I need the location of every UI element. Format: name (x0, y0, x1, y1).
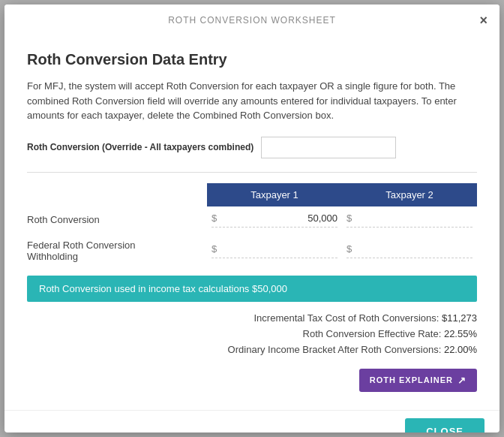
close-button[interactable]: CLOSE (405, 418, 484, 433)
tp1-withholding-value-container: $ (212, 243, 338, 258)
tp2-withholding-dollar: $ (346, 243, 352, 255)
explainer-btn-container: ROTH EXPLAINER ↗ (27, 363, 477, 392)
taxpayer-table: Taxpayer 1 Taxpayer 2 Roth Conversion $ … (27, 183, 477, 268)
divider (27, 172, 477, 173)
tp2-header: Taxpayer 2 (342, 183, 477, 206)
override-label: Roth Conversion (Override - All taxpayer… (27, 142, 254, 152)
tp1-roth-cell: $ 50,000 (207, 206, 342, 234)
tp2-roth-dollar: $ (346, 212, 352, 224)
results-section: Incremental Tax Cost of Roth Conversions… (27, 302, 477, 399)
section-title: Roth Conversion Data Entry (27, 51, 477, 68)
close-x-button[interactable]: × (479, 14, 488, 27)
tp1-withholding-cell: $ (207, 234, 342, 268)
tp2-roth-value-container: $ (346, 212, 472, 228)
table-row: Roth Conversion $ 50,000 $ (27, 206, 477, 234)
row-label-withholding: Federal Roth ConversionWithholding (27, 234, 207, 268)
description-text: For MFJ, the system will accept Roth Con… (27, 79, 477, 123)
result-bracket-value: 22.00% (444, 344, 477, 355)
tp1-roth-value: 50,000 (220, 212, 338, 224)
modal: ROTH CONVERSION WORKSHEET × Roth Convers… (4, 5, 500, 432)
teal-banner: Roth Conversion used in income tax calcu… (27, 276, 477, 302)
roth-explainer-button[interactable]: ROTH EXPLAINER ↗ (359, 369, 477, 392)
tp1-roth-dollar: $ (212, 212, 217, 224)
result-row-effective-rate: Roth Conversion Effective Rate: 22.55% (27, 328, 477, 339)
result-row-tax-cost: Incremental Tax Cost of Roth Conversions… (27, 312, 477, 324)
row-label-roth: Roth Conversion (27, 206, 207, 234)
override-input[interactable] (261, 137, 396, 158)
modal-footer: CLOSE (4, 410, 500, 433)
tp1-roth-value-container: $ 50,000 (212, 212, 338, 228)
table-row: Federal Roth ConversionWithholding $ $ (27, 234, 477, 268)
tp2-withholding-cell: $ (342, 234, 477, 268)
modal-body: Roth Conversion Data Entry For MFJ, the … (4, 36, 500, 407)
modal-overlay: ROTH CONVERSION WORKSHEET × Roth Convers… (0, 0, 504, 437)
result-row-bracket: Ordinary Income Bracket After Roth Conve… (27, 344, 477, 355)
tp2-roth-cell: $ (342, 206, 477, 234)
modal-title: ROTH CONVERSION WORKSHEET (168, 15, 336, 26)
roth-explainer-label: ROTH EXPLAINER (370, 375, 453, 384)
tp2-withholding-value-container: $ (346, 243, 472, 258)
tp1-withholding-dollar: $ (212, 243, 217, 255)
modal-header: ROTH CONVERSION WORKSHEET × (4, 5, 500, 36)
tp1-header: Taxpayer 1 (207, 183, 342, 206)
override-row: Roth Conversion (Override - All taxpayer… (27, 137, 477, 158)
result-effective-rate-value: 22.55% (444, 328, 477, 339)
external-link-icon: ↗ (458, 375, 466, 386)
result-tax-cost-value: $11,273 (442, 312, 477, 324)
empty-col-header (27, 183, 207, 206)
